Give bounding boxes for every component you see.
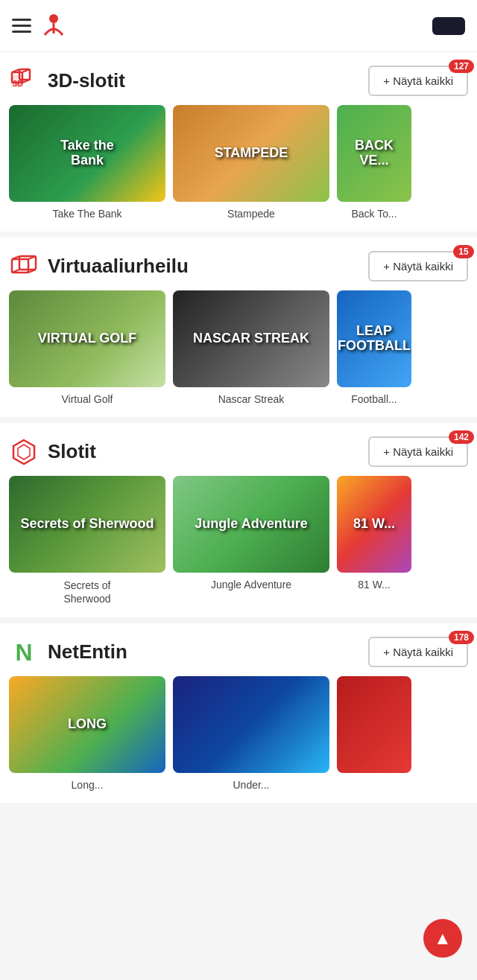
game-thumb-text <box>370 720 379 729</box>
game-grid-slotit: Secrets of Sherwood Secrets ofSherwood J… <box>9 476 468 605</box>
game-thumb-text: Take theBank <box>56 134 119 173</box>
3d-icon: 3D <box>9 66 39 96</box>
hamburger-menu[interactable] <box>12 19 31 33</box>
section-header-virtuaaliurheilu: Virtuaaliurheilu + Näytä kaikki 15 <box>9 238 468 290</box>
section-title-text: Slotit <box>48 440 96 463</box>
game-label: Football... <box>337 393 411 405</box>
game-label: Stampede <box>173 208 329 220</box>
game-thumbnail[interactable]: 81 W... <box>337 476 411 573</box>
game-thumb-text <box>247 720 256 729</box>
game-thumb-text: Secrets of Sherwood <box>16 512 158 536</box>
game-thumbnail[interactable]: BACK VE... <box>337 105 411 202</box>
game-thumbnail[interactable]: Jungle Adventure <box>173 476 329 573</box>
section-title-text: Virtuaaliurheilu <box>48 255 189 278</box>
game-label: Take The Bank <box>9 208 165 220</box>
game-item-2: 81 W... 81 W... <box>337 476 411 605</box>
svg-point-0 <box>49 14 58 23</box>
section-title-virtuaaliurheilu: Virtuaaliurheilu <box>9 252 189 281</box>
svg-text:3D: 3D <box>13 79 23 88</box>
game-thumb-text: Jungle Adventure <box>190 512 312 536</box>
logo <box>40 13 76 39</box>
badge-virtuaaliurheilu: 15 <box>453 245 474 258</box>
game-label: Under... <box>173 779 329 791</box>
game-thumb-text: STAMPEDE <box>210 141 293 165</box>
game-thumb-text: 81 W... <box>349 512 399 536</box>
section-title-netentin: N NetEntin <box>9 637 127 667</box>
game-thumb-text: BACK VE... <box>337 134 411 173</box>
section-header-netentin: N NetEntin + Näytä kaikki 178 <box>9 623 468 676</box>
game-thumb-text: NASCAR STREAK <box>189 327 314 351</box>
3d-icon: 3D <box>9 66 39 96</box>
badge-slotit: 142 <box>449 430 474 444</box>
section-slotit: Slotit + Näytä kaikki 142 Secrets of She… <box>0 423 477 617</box>
game-item-2 <box>337 676 411 791</box>
section-title-text: NetEntin <box>48 640 127 664</box>
show-all-button-netentin[interactable]: + Näytä kaikki 178 <box>368 637 468 667</box>
game-label: Back To... <box>337 208 411 220</box>
section-3dslotit: 3D 3D-slotit + Näytä kaikki 127 Take the… <box>0 52 477 232</box>
scroll-top-icon: ▲ <box>434 929 452 947</box>
section-title-slotit: Slotit <box>9 437 96 467</box>
section-header-slotit: Slotit + Näytä kaikki 142 <box>9 423 468 476</box>
slots-icon <box>9 437 39 467</box>
game-item-2: LEAP FOOTBALL Football... <box>337 290 411 405</box>
sections-container: 3D 3D-slotit + Näytä kaikki 127 Take the… <box>0 52 477 803</box>
slots-icon <box>9 437 39 467</box>
game-thumbnail[interactable] <box>337 676 411 773</box>
game-thumb-text: LEAP FOOTBALL <box>337 319 411 358</box>
section-title-3dslotit: 3D 3D-slotit <box>9 66 125 96</box>
game-item-0: Take theBank Take The Bank <box>9 105 165 220</box>
game-label: Nascar Streak <box>173 393 329 405</box>
game-thumb-text: VIRTUAL GOLF <box>34 327 142 351</box>
game-thumbnail[interactable]: NASCAR STREAK <box>173 290 329 387</box>
login-register-button[interactable] <box>432 17 465 35</box>
game-thumbnail[interactable]: VIRTUAL GOLF <box>9 290 165 387</box>
game-label: Jungle Adventure <box>173 579 329 591</box>
game-item-1: Jungle Adventure Jungle Adventure <box>173 476 329 605</box>
game-item-0: Secrets of Sherwood Secrets ofSherwood <box>9 476 165 605</box>
game-thumb-text: LONG <box>63 713 111 736</box>
game-label: Long... <box>9 779 165 791</box>
app-header <box>0 0 477 52</box>
game-label: 81 W... <box>337 579 411 591</box>
show-all-button-3dslotit[interactable]: + Näytä kaikki 127 <box>368 66 468 96</box>
game-thumbnail[interactable]: STAMPEDE <box>173 105 329 202</box>
game-thumbnail[interactable]: LONG <box>9 676 165 773</box>
badge-3dslotit: 127 <box>449 60 474 73</box>
logo-icon <box>40 13 67 39</box>
game-label: Secrets ofSherwood <box>9 579 165 605</box>
game-item-0: LONG Long... <box>9 676 165 791</box>
section-netentin: N NetEntin + Näytä kaikki 178 LONG Long.… <box>0 623 477 803</box>
game-grid-virtuaaliurheilu: VIRTUAL GOLF Virtual Golf NASCAR STREAK … <box>9 290 468 405</box>
game-item-1: Under... <box>173 676 329 791</box>
section-title-text: 3D-slotit <box>48 69 125 92</box>
game-thumbnail[interactable]: Take theBank <box>9 105 165 202</box>
netentin-icon: N <box>9 637 39 667</box>
scroll-to-top-button[interactable]: ▲ <box>423 919 462 958</box>
show-all-button-slotit[interactable]: + Näytä kaikki 142 <box>368 436 468 467</box>
svg-marker-16 <box>18 445 30 459</box>
game-grid-3dslotit: Take theBank Take The Bank STAMPEDE Stam… <box>9 105 468 220</box>
section-virtuaaliurheilu: Virtuaaliurheilu + Näytä kaikki 15 VIRTU… <box>0 238 477 417</box>
virtual-icon <box>9 252 39 281</box>
virtual-icon <box>9 252 39 281</box>
svg-marker-15 <box>13 440 34 464</box>
netentin-n-icon: N <box>15 640 32 664</box>
game-thumbnail[interactable]: Secrets of Sherwood <box>9 476 165 573</box>
section-header-3dslotit: 3D 3D-slotit + Näytä kaikki 127 <box>9 52 468 105</box>
game-thumbnail[interactable] <box>173 676 329 773</box>
game-grid-netentin: LONG Long... Under... <box>9 676 468 791</box>
game-item-0: VIRTUAL GOLF Virtual Golf <box>9 290 165 405</box>
game-item-2: BACK VE... Back To... <box>337 105 411 220</box>
game-item-1: NASCAR STREAK Nascar Streak <box>173 290 329 405</box>
badge-netentin: 178 <box>449 631 474 644</box>
show-all-button-virtuaaliurheilu[interactable]: + Näytä kaikki 15 <box>368 251 468 281</box>
game-thumbnail[interactable]: LEAP FOOTBALL <box>337 290 411 387</box>
game-label: Virtual Golf <box>9 393 165 405</box>
game-item-1: STAMPEDE Stampede <box>173 105 329 220</box>
